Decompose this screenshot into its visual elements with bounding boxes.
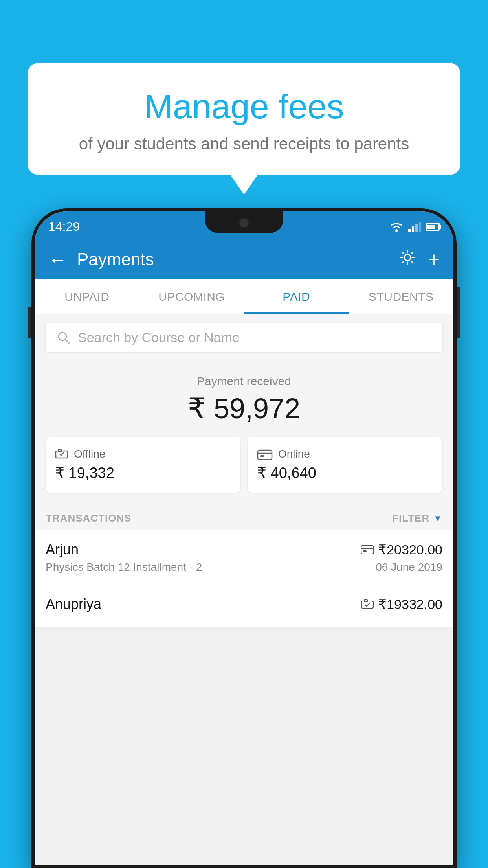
volume-button [28,307,31,338]
phone-frame: 14:29 [31,208,457,868]
transaction-amount-wrap: ₹19332.00 [361,596,442,612]
payment-received-section: Payment received ₹ 59,972 [35,361,453,437]
signal-icon [408,222,421,232]
battery-icon [426,223,440,231]
add-button[interactable]: + [428,248,440,271]
tab-upcoming[interactable]: UPCOMING [139,279,244,314]
online-icon [257,449,273,460]
online-card-header: Online [257,448,433,460]
svg-point-5 [404,254,411,261]
app-header: ← Payments + [35,240,453,279]
online-amount: ₹ 40,640 [257,464,433,482]
offline-icon [55,449,68,460]
search-container: Search by Course or Name [35,314,453,361]
transaction-row[interactable]: Arjun ₹20320.00 Physics Batch 12 Install… [35,530,453,585]
phone-notch [205,211,283,233]
tab-students[interactable]: STUDENTS [349,279,454,314]
transaction-row[interactable]: Anupriya ₹19332.00 [35,585,453,627]
payment-received-label: Payment received [46,375,442,388]
svg-rect-4 [419,222,421,232]
header-actions: + [399,248,440,271]
page-title: Payments [77,250,389,269]
offline-payment-card: Offline ₹ 19,332 [46,437,240,493]
search-placeholder: Search by Course or Name [78,330,240,345]
speech-bubble: Manage fees of your students and send re… [28,63,460,175]
tabs-bar: UNPAID UPCOMING PAID STUDENTS [35,279,453,314]
transaction-amount: ₹20320.00 [378,542,442,557]
transaction-date: 06 June 2019 [376,561,442,574]
transaction-row-top: Arjun ₹20320.00 [46,541,442,558]
offline-amount: ₹ 19,332 [55,464,231,482]
online-payment-card: Online ₹ 40,640 [248,437,442,493]
power-button [457,287,460,338]
svg-rect-1 [408,229,411,232]
transactions-label: TRANSACTIONS [46,512,132,524]
payment-cards: Offline ₹ 19,332 Online ₹ 40,640 [35,437,453,504]
settings-icon[interactable] [399,249,416,270]
online-payment-icon [361,545,374,554]
wifi-icon [389,221,404,232]
phone-camera [238,217,250,228]
offline-label: Offline [74,448,105,460]
svg-point-0 [395,230,398,232]
transaction-row-top: Anupriya ₹19332.00 [46,596,442,612]
transaction-amount-wrap: ₹20320.00 [361,542,442,557]
svg-rect-9 [258,450,272,460]
filter-button[interactable]: FILTER ▼ [392,512,442,524]
offline-payment-icon [361,599,374,609]
filter-label: FILTER [392,512,429,524]
status-time: 14:29 [48,219,80,234]
transaction-name: Arjun [46,541,79,558]
svg-rect-12 [361,546,374,554]
transaction-row-bottom: Physics Batch 12 Installment - 2 06 June… [46,561,442,574]
speech-bubble-subtitle: of your students and send receipts to pa… [47,134,441,153]
svg-rect-3 [415,224,418,232]
transaction-course: Physics Batch 12 Installment - 2 [46,561,202,574]
transaction-amount: ₹19332.00 [378,596,442,612]
status-icons [389,221,440,232]
svg-rect-2 [412,226,414,232]
transaction-name: Anupriya [46,596,101,612]
transactions-header: TRANSACTIONS FILTER ▼ [35,504,453,530]
offline-card-header: Offline [55,448,231,460]
filter-icon: ▼ [433,513,442,524]
search-box[interactable]: Search by Course or Name [46,323,442,352]
online-label: Online [278,448,310,460]
back-button[interactable]: ← [48,249,67,270]
svg-rect-11 [260,455,264,457]
tab-unpaid[interactable]: UNPAID [35,279,139,314]
svg-rect-14 [363,550,367,552]
payment-amount: ₹ 59,972 [46,392,442,425]
tab-paid[interactable]: PAID [244,279,349,314]
search-icon [57,331,71,345]
speech-bubble-title: Manage fees [47,86,441,127]
phone-screen: 14:29 [35,211,453,865]
